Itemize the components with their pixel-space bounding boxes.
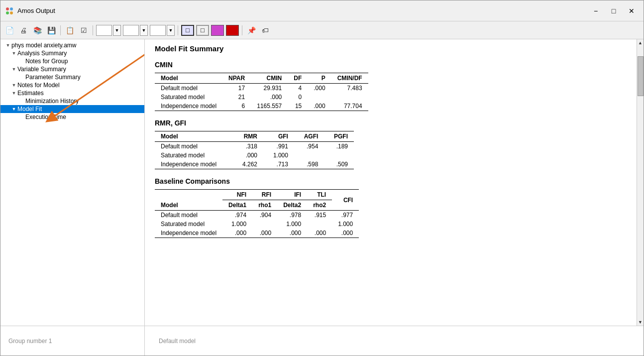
cell: 1.000 — [263, 151, 294, 160]
table-row: Default model .318 .991 .954 .189 — [155, 142, 354, 151]
sidebar-root[interactable]: ▼ phys model anxiety.amw — [0, 41, 144, 49]
maximize-button[interactable]: □ — [606, 4, 622, 17]
cell: .509 — [324, 160, 354, 169]
minimization-history-label: Minimization History — [25, 98, 79, 105]
toolbar-num1-input[interactable]: 3 — [96, 25, 112, 36]
cell: 1.000 — [277, 220, 307, 229]
rmr-col-rmr: RMR — [232, 131, 263, 142]
cell: .991 — [263, 142, 294, 151]
bc-col-ifi-top: IFI — [277, 190, 307, 200]
table-row: Default model 17 29.931 4 .000 7.483 — [155, 84, 368, 93]
toolbar-num2-group: 7 ▼ — [123, 25, 148, 36]
sidebar-item-notes-for-model[interactable]: ▼ Notes for Model — [0, 81, 144, 89]
toolbar-num3-arrow[interactable]: ▼ — [167, 25, 175, 36]
table-row: Independence model .000 .000 .000 .000 .… — [155, 229, 359, 238]
scroll-up-arrow[interactable]: ▲ — [637, 39, 644, 46]
table-row: Saturated model 21 .000 0 — [155, 93, 368, 102]
cell — [294, 151, 324, 160]
toolbar-num1-arrow[interactable]: ▼ — [113, 25, 121, 36]
cell: 7.483 — [331, 84, 368, 93]
cell: Saturated model — [155, 220, 222, 229]
close-button[interactable]: ✕ — [624, 4, 640, 17]
variable-summary-label: Variable Summary — [17, 66, 66, 73]
analysis-summary-label: Analysis Summary — [17, 50, 67, 57]
cell: .598 — [294, 160, 324, 169]
cmin-col-cmin: CMIN — [251, 73, 288, 84]
bottom-right: Default model — [145, 337, 644, 345]
scroll-thumb[interactable] — [638, 56, 644, 96]
cell: Independence model — [155, 102, 222, 111]
main-section-title: Model Fit Summary — [155, 44, 627, 53]
toolbar-copy-icon[interactable]: 📋 — [64, 24, 76, 36]
sidebar-item-variable-summary[interactable]: ▼ Variable Summary — [0, 65, 144, 73]
bc-col-tli-top: TLI — [307, 190, 332, 200]
cell: .974 — [222, 211, 252, 220]
cell: 4.262 — [232, 160, 263, 169]
app-icon — [4, 6, 14, 16]
rmr-gfi-table: Model RMR GFI AGFI PGFI Default model .3… — [155, 131, 354, 169]
analysis-summary-expand-icon[interactable]: ▼ — [10, 50, 17, 57]
bottom-panel: Group number 1 Default model — [0, 326, 644, 356]
toolbar-square1-btn[interactable]: □ — [181, 25, 194, 36]
cmin-col-cmindf: CMIN/DF — [331, 73, 368, 84]
toolbar-num2-input[interactable]: 7 — [123, 25, 139, 36]
model-fit-expand-icon[interactable]: ▼ — [10, 106, 17, 113]
rmr-col-agfi: AGFI — [294, 131, 324, 142]
sidebar-item-analysis-summary[interactable]: ▼ Analysis Summary — [0, 49, 144, 57]
exec-time-expand-icon — [18, 114, 25, 120]
toolbar-print-icon[interactable]: 🖨 — [17, 24, 29, 36]
notes-group-expand-icon — [18, 58, 25, 65]
cell: .318 — [232, 142, 263, 151]
cell: .000 — [277, 229, 307, 238]
toolbar-square2-btn[interactable]: □ — [196, 25, 209, 36]
root-expand-icon[interactable]: ▼ — [4, 42, 11, 49]
toolbar-book-icon[interactable]: 📚 — [31, 24, 43, 36]
sidebar-item-minimization-history[interactable]: Minimization History — [0, 97, 144, 105]
execution-time-label: Execution Time — [25, 114, 66, 120]
scroll-down-arrow[interactable]: ▼ — [637, 319, 644, 326]
bc-col-nfi-bot: Delta1 — [222, 200, 252, 211]
estimates-expand-icon[interactable]: ▼ — [10, 90, 17, 97]
cell: .978 — [277, 211, 307, 220]
sidebar-item-model-fit[interactable]: ▼ Model Fit — [0, 105, 144, 113]
svg-point-2 — [6, 11, 9, 14]
toolbar-tag-icon[interactable]: 🏷 — [259, 24, 271, 36]
main-area: ▼ phys model anxiety.amw ▼ Analysis Summ… — [0, 39, 644, 326]
bc-col-tli-bot: rho2 — [307, 200, 332, 211]
cell: .713 — [263, 160, 294, 169]
cell: .977 — [332, 211, 359, 220]
estimates-label: Estimates — [17, 90, 44, 97]
cell: .915 — [307, 211, 332, 220]
cell: 15 — [288, 102, 308, 111]
toolbar-pin-icon[interactable]: 📌 — [245, 24, 257, 36]
parameter-summary-label: Parameter Summary — [25, 74, 81, 81]
minimize-button[interactable]: − — [588, 4, 604, 17]
toolbar-sep-2 — [93, 25, 93, 35]
cell: .000 — [232, 151, 263, 160]
toolbar-num3-group: 0 ▼ — [150, 25, 175, 36]
cell: 6 — [222, 102, 251, 111]
toolbar-color2-btn[interactable] — [226, 25, 239, 36]
cell: Independence model — [155, 160, 232, 169]
sidebar-item-estimates[interactable]: ▼ Estimates — [0, 89, 144, 97]
model-fit-label: Model Fit — [17, 106, 42, 113]
cell: 1.000 — [222, 220, 252, 229]
cell: 4 — [288, 84, 308, 93]
cell: Saturated model — [155, 93, 222, 102]
variable-summary-expand-icon[interactable]: ▼ — [10, 66, 17, 73]
toolbar-check-icon[interactable]: ☑ — [78, 24, 90, 36]
notes-model-expand-icon[interactable]: ▼ — [10, 82, 17, 89]
toolbar-color1-btn[interactable] — [211, 25, 224, 36]
toolbar-num2-arrow[interactable]: ▼ — [140, 25, 148, 36]
sidebar-item-parameter-summary[interactable]: Parameter Summary — [0, 73, 144, 81]
cell — [307, 220, 332, 229]
cell — [252, 220, 277, 229]
sidebar-item-execution-time[interactable]: Execution Time — [0, 113, 144, 121]
toolbar-save-icon[interactable]: 💾 — [45, 24, 57, 36]
sidebar-item-notes-for-group[interactable]: Notes for Group — [0, 57, 144, 65]
toolbar-open-icon[interactable]: 📄 — [3, 24, 15, 36]
toolbar-num3-input[interactable]: 0 — [150, 25, 166, 36]
rmr-col-pgfi: PGFI — [324, 131, 354, 142]
toolbar-num1-group: 3 ▼ — [96, 25, 121, 36]
rmr-col-gfi: GFI — [263, 131, 294, 142]
